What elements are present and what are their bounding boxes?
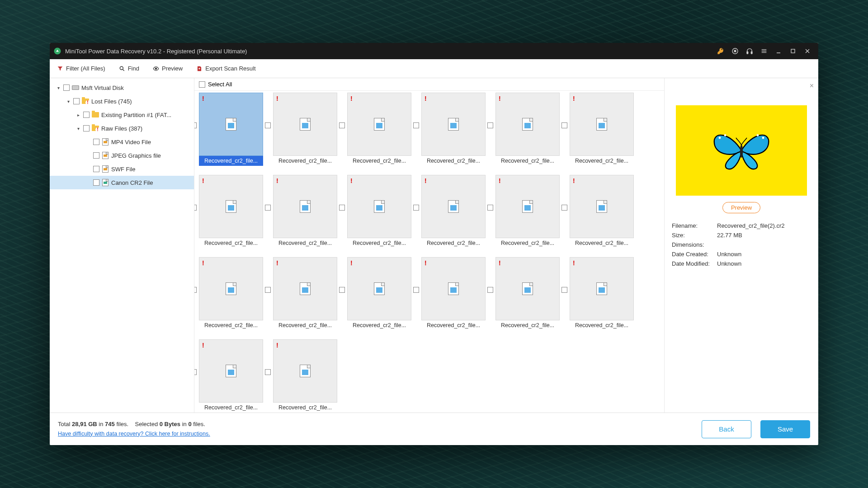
tree-cr2[interactable]: Canon CR2 File [50, 176, 194, 189]
thumb-box[interactable]: ! [495, 257, 560, 320]
thumb-box[interactable]: ! [421, 175, 486, 238]
file-thumb[interactable]: !Recovered_cr2_file... [495, 175, 560, 248]
file-checkbox[interactable] [265, 369, 271, 375]
headphones-icon[interactable] [742, 44, 757, 58]
file-checkbox[interactable] [487, 287, 493, 293]
preview-button[interactable]: Preview [153, 65, 183, 72]
file-checkbox[interactable] [561, 122, 567, 128]
caret-down-icon[interactable]: ▾ [75, 126, 81, 131]
caret-right-icon[interactable]: ▸ [75, 113, 81, 117]
file-thumb[interactable]: !Recovered_cr2_file... [421, 93, 486, 166]
file-thumb[interactable]: !Recovered_cr2_file... [199, 339, 263, 413]
file-thumb[interactable]: !Recovered_cr2_file... [273, 93, 337, 166]
thumb-box[interactable]: ! [273, 93, 337, 156]
file-thumb[interactable]: !Recovered_cr2_file... [273, 257, 337, 330]
checkbox[interactable] [73, 98, 80, 104]
export-button[interactable]: Export Scan Result [196, 65, 255, 72]
file-checkbox[interactable] [339, 287, 345, 293]
key-icon[interactable] [713, 44, 728, 58]
file-checkbox[interactable] [413, 287, 419, 293]
thumb-box[interactable]: ! [495, 93, 560, 156]
file-grid-scroll[interactable]: !Recovered_cr2_file...!Recovered_cr2_fil… [194, 91, 664, 413]
file-thumb[interactable]: !Recovered_cr2_file... [495, 257, 560, 330]
minimize-icon[interactable] [771, 44, 786, 58]
thumb-box[interactable]: ! [570, 93, 634, 156]
thumb-box[interactable]: ! [421, 257, 486, 320]
file-thumb[interactable]: !Recovered_cr2_file... [347, 93, 411, 166]
checkbox[interactable] [83, 112, 90, 118]
disc-icon[interactable] [728, 44, 742, 58]
file-checkbox[interactable] [339, 122, 345, 128]
file-thumb[interactable]: !Recovered_cr2_file... [347, 257, 411, 330]
file-checkbox[interactable] [194, 287, 197, 293]
checkbox[interactable] [93, 179, 99, 186]
file-checkbox[interactable] [487, 205, 493, 211]
file-thumb[interactable]: !Recovered_cr2_file... [199, 175, 263, 248]
select-all-checkbox[interactable] [199, 81, 205, 88]
thumb-box[interactable]: ! [421, 93, 486, 156]
file-thumb[interactable]: !Recovered_cr2_file... [421, 257, 486, 330]
caret-down-icon[interactable]: ▾ [55, 85, 61, 90]
filter-button[interactable]: Filter (All Files) [57, 65, 105, 72]
checkbox[interactable] [83, 125, 90, 131]
tree-swf[interactable]: SWF File [50, 162, 194, 176]
file-thumb[interactable]: !Recovered_cr2_file... [199, 93, 263, 166]
tree-root[interactable]: ▾ Msft Virtual Disk [50, 81, 194, 94]
find-button[interactable]: Find [119, 65, 139, 72]
checkbox[interactable] [93, 139, 99, 145]
file-thumb[interactable]: !Recovered_cr2_file... [570, 93, 634, 166]
caret-down-icon[interactable]: ▾ [65, 99, 71, 104]
thumb-box[interactable]: ! [570, 257, 634, 320]
thumb-box[interactable]: ! [199, 257, 263, 320]
thumb-box[interactable]: ! [495, 175, 560, 238]
thumb-box[interactable]: ! [199, 339, 263, 403]
file-checkbox[interactable] [194, 122, 197, 128]
file-checkbox[interactable] [265, 205, 271, 211]
checkbox[interactable] [93, 152, 99, 159]
checkbox[interactable] [63, 84, 70, 91]
thumb-box[interactable]: ! [199, 93, 263, 156]
file-thumb[interactable]: !Recovered_cr2_file... [495, 93, 560, 166]
close-icon[interactable] [800, 44, 815, 58]
thumb-box[interactable]: ! [347, 175, 411, 238]
tree-partition[interactable]: ▸ Existing Partition #1 (FAT... [50, 108, 194, 122]
help-link[interactable]: Have difficulty with data recovery? Clic… [58, 431, 210, 437]
file-checkbox[interactable] [413, 205, 419, 211]
file-thumb[interactable]: !Recovered_cr2_file... [273, 339, 337, 413]
checkbox[interactable] [93, 166, 99, 172]
file-checkbox[interactable] [413, 122, 419, 128]
file-thumb[interactable]: !Recovered_cr2_file... [570, 175, 634, 248]
thumb-box[interactable]: ! [570, 175, 634, 238]
file-thumb[interactable]: !Recovered_cr2_file... [347, 175, 411, 248]
file-checkbox[interactable] [194, 205, 197, 211]
file-checkbox[interactable] [194, 369, 197, 375]
file-checkbox[interactable] [339, 205, 345, 211]
tree-mp4[interactable]: MP4 Video File [50, 135, 194, 149]
back-button[interactable]: Back [702, 420, 751, 438]
tree-label: Lost Files (745) [91, 98, 132, 105]
file-thumb[interactable]: !Recovered_cr2_file... [199, 257, 263, 330]
file-thumb[interactable]: !Recovered_cr2_file... [570, 257, 634, 330]
tree-jpeg[interactable]: JPEG Graphics file [50, 149, 194, 162]
close-preview-icon[interactable]: × [810, 82, 814, 90]
tree-lost-files[interactable]: ▾ Lost Files (745) [50, 94, 194, 108]
save-button[interactable]: Save [760, 420, 810, 438]
file-checkbox[interactable] [487, 122, 493, 128]
preview-open-button[interactable]: Preview [722, 202, 760, 213]
thumb-box[interactable]: ! [347, 257, 411, 320]
menu-icon[interactable] [757, 44, 771, 58]
thumb-box[interactable]: ! [273, 175, 337, 238]
thumb-box[interactable]: ! [273, 257, 337, 320]
file-checkbox[interactable] [561, 205, 567, 211]
file-thumb[interactable]: !Recovered_cr2_file... [421, 175, 486, 248]
file-thumb[interactable]: !Recovered_cr2_file... [273, 175, 337, 248]
tree-raw-files[interactable]: ▾ Raw Files (387) [50, 122, 194, 135]
thumb-box[interactable]: ! [199, 175, 263, 238]
maximize-icon[interactable] [786, 44, 800, 58]
file-checkbox[interactable] [561, 287, 567, 293]
warning-icon: ! [499, 177, 501, 184]
thumb-box[interactable]: ! [347, 93, 411, 156]
file-checkbox[interactable] [265, 287, 271, 293]
thumb-box[interactable]: ! [273, 339, 337, 403]
file-checkbox[interactable] [265, 122, 271, 128]
